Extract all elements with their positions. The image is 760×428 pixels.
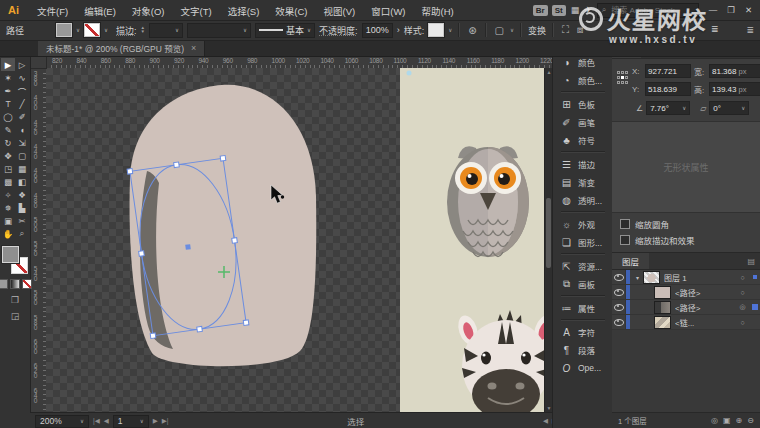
close-tab-icon[interactable]: × <box>191 43 196 53</box>
minimize-button[interactable]: — <box>704 5 723 15</box>
layers-footer-button-3[interactable]: ⊕ <box>736 416 743 425</box>
layers-footer-button-4[interactable]: ⊖ <box>747 416 754 425</box>
transform-link[interactable]: 变换 <box>528 24 546 37</box>
line-segment-tool[interactable]: ╱ <box>15 97 29 110</box>
shape-builder-tool[interactable]: ◳ <box>1 162 15 175</box>
opacity-value[interactable]: 100% <box>362 23 393 38</box>
vertical-ruler[interactable]: 3804004204404604805005205405605806006206… <box>30 68 47 412</box>
blob-brush-tool[interactable]: ◖ <box>15 123 29 136</box>
dock-item-swatches[interactable]: ⊞色板 <box>553 95 613 113</box>
document-tab[interactable]: 未标题-1* @ 200% (RGB/GPU 预览) × <box>38 40 205 56</box>
layer-row-4[interactable]: <链...○ <box>612 315 760 330</box>
workspace-switcher-icon[interactable]: ▦ <box>571 5 580 15</box>
dock-item-properties[interactable]: ≔属性 <box>553 299 613 317</box>
next-artboard-icon[interactable]: ▶ <box>153 417 158 425</box>
x-field[interactable]: 927.721 <box>645 64 691 78</box>
width-tool[interactable]: ✥ <box>1 149 15 162</box>
layer-row-1[interactable]: ▾图层 1○ <box>612 270 760 285</box>
style-dropdown-icon[interactable]: ∨ <box>448 27 452 33</box>
dock-item-symbols[interactable]: ♣符号 <box>553 131 613 149</box>
selection-tool[interactable]: ▶ <box>1 58 15 71</box>
shaper-tool[interactable]: ✎ <box>1 123 15 136</box>
none-mode-button[interactable] <box>22 279 32 289</box>
canvas[interactable] <box>46 68 544 412</box>
select-similar-dropdown-icon[interactable]: ∨ <box>510 27 514 33</box>
dock-item-artboards[interactable]: ⧉画板 <box>553 275 613 293</box>
pen-tool[interactable]: ✒ <box>1 84 15 97</box>
hand-tool[interactable]: ✋ <box>1 227 15 240</box>
brush-definition-select[interactable]: 基本 ∨ <box>255 23 315 38</box>
ruler-origin-corner[interactable] <box>30 56 47 69</box>
column-graph-tool[interactable]: ▙ <box>15 201 29 214</box>
lasso-tool[interactable]: ∿ <box>15 71 29 84</box>
stroke-weight-label[interactable]: 描边: <box>116 24 137 37</box>
restore-button[interactable]: ❐ <box>722 5 740 15</box>
checkbox-row-1[interactable]: 缩放圆角 <box>620 218 752 230</box>
visibility-toggle[interactable] <box>612 285 626 299</box>
artboard-tool[interactable]: ▣ <box>1 214 15 227</box>
anchor-point[interactable] <box>243 320 249 326</box>
menu-item-9[interactable]: 帮助(H) <box>414 6 462 17</box>
control-panel-menu-icon[interactable]: ≣ <box>746 25 760 35</box>
artboard-number-select[interactable]: 1∨ <box>113 415 149 428</box>
gradient-mode-button[interactable] <box>10 279 20 289</box>
menu-item-4[interactable]: 文字(T) <box>173 6 220 17</box>
drawing-mode-button[interactable]: ❐ <box>11 295 19 305</box>
screen-mode-button[interactable]: ◲ <box>11 311 20 321</box>
scale-tool[interactable]: ⇲ <box>15 136 29 149</box>
checkbox[interactable] <box>620 219 630 229</box>
menu-item-2[interactable]: 编辑(E) <box>76 6 124 17</box>
badge-st[interactable]: St <box>552 5 566 16</box>
distribute-icon[interactable]: ⧈ <box>575 24 585 36</box>
anchor-point[interactable] <box>174 162 180 168</box>
rotate-angle-select[interactable]: 7.76°∨ <box>646 101 690 115</box>
stroke-weight-value[interactable]: ∨ <box>149 23 183 38</box>
mesh-tool[interactable]: ▩ <box>1 175 15 188</box>
anchor-point[interactable] <box>220 155 226 161</box>
magic-wand-tool[interactable]: ✶ <box>1 71 15 84</box>
dock-item-stroke[interactable]: ☰描边 <box>553 155 613 173</box>
rotate-tool[interactable]: ↻ <box>1 136 15 149</box>
opacity-label[interactable]: 不透明度: <box>319 24 358 37</box>
symbol-sprayer-tool[interactable]: ✵ <box>1 201 15 214</box>
first-artboard-icon[interactable]: |◀ <box>93 417 100 425</box>
visibility-toggle[interactable] <box>612 315 626 329</box>
menu-item-3[interactable]: 对象(O) <box>124 6 173 17</box>
checkbox[interactable] <box>620 235 630 245</box>
stroke-weight-stepper[interactable]: ▲▼ <box>141 26 145 34</box>
shear-angle-select[interactable]: 0°∨ <box>709 101 749 115</box>
anchor-point[interactable] <box>139 251 145 257</box>
stock-search[interactable]: ⌕ <box>597 3 699 18</box>
layer-row-3[interactable]: <路径>◎ <box>612 300 760 315</box>
dock-item-character[interactable]: A字符 <box>553 323 613 341</box>
slice-tool[interactable]: ✂ <box>15 214 29 227</box>
width-field[interactable]: 81.368px <box>709 64 760 78</box>
scrollbar-thumb[interactable] <box>546 198 551 268</box>
eyedropper-tool[interactable]: ✧ <box>1 188 15 201</box>
style-swatch[interactable] <box>428 23 444 37</box>
fill-color-well[interactable] <box>2 246 19 263</box>
fill-swatch[interactable] <box>56 23 72 37</box>
layer-row-2[interactable]: <路径>○ <box>612 285 760 300</box>
anchor-point[interactable] <box>127 169 133 175</box>
zoom-level-select[interactable]: 200%∨ <box>35 415 89 428</box>
dock-item-asset-export[interactable]: ⇱资源... <box>553 257 613 275</box>
color-mode-button[interactable] <box>0 279 8 289</box>
align-icon[interactable]: ⛶ <box>560 24 571 36</box>
menu-item-7[interactable]: 视图(V) <box>316 6 364 17</box>
reference-point-locator[interactable] <box>617 71 628 85</box>
visibility-toggle[interactable] <box>612 300 626 314</box>
stroke-swatch[interactable] <box>84 23 100 37</box>
anchor-point[interactable] <box>197 326 203 332</box>
target-icon[interactable]: ○ <box>736 289 749 296</box>
dock-item-gradient[interactable]: ▤渐变 <box>553 173 613 191</box>
menu-item-5[interactable]: 选择(S) <box>220 6 268 17</box>
zoom-tool[interactable]: ⌕ <box>15 227 29 240</box>
anchor-point[interactable] <box>232 238 238 244</box>
free-transform-tool[interactable]: ▢ <box>15 149 29 162</box>
ellipse-tool[interactable]: ◯ <box>1 110 15 123</box>
previous-artboard-icon[interactable]: ◀ <box>104 417 109 425</box>
curvature-tool[interactable]: ⌒ <box>15 84 29 97</box>
checkbox-row-2[interactable]: 缩放描边和效果 <box>620 234 752 246</box>
target-icon[interactable]: ◎ <box>736 303 749 311</box>
